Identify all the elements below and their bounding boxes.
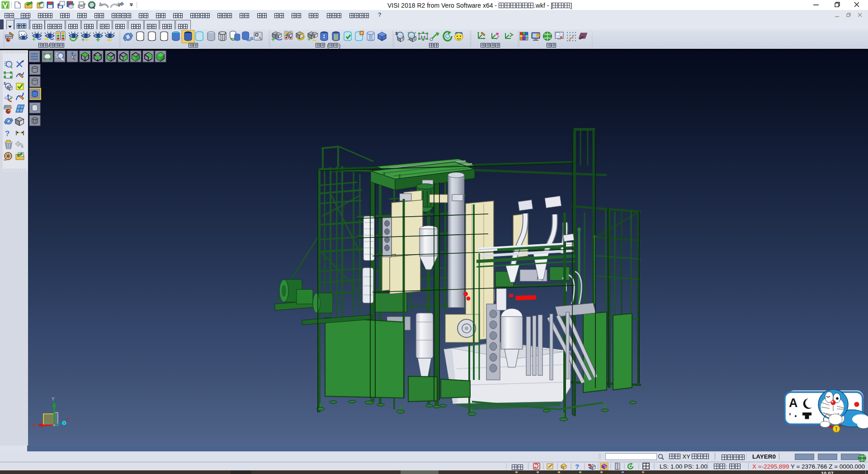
svg-text:1:1: 1:1 [420, 35, 426, 39]
svg-text:?: ? [575, 463, 579, 470]
svg-text:+: + [271, 36, 275, 43]
svg-text:+: + [307, 36, 311, 43]
svg-text:±: ± [395, 30, 398, 36]
svg-text:?: ? [5, 129, 9, 138]
svg-text:Y: Y [52, 397, 55, 402]
svg-text:+: + [32, 36, 36, 43]
svg-text:X: X [33, 422, 36, 428]
svg-text:+: + [96, 36, 100, 43]
svg-text:+: + [81, 37, 85, 43]
svg-text:,: , [789, 408, 791, 416]
svg-text:±: ± [4, 81, 6, 85]
svg-text:Z: Z [66, 417, 69, 422]
